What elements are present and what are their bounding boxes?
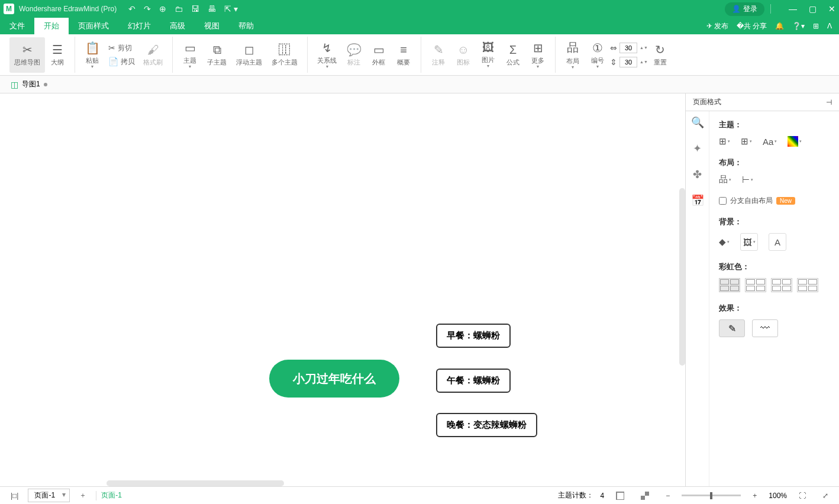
app-title: Wondershare EdrawMind (Pro) [19, 5, 117, 13]
topic-count-value: 4 [601, 492, 605, 500]
menu-start[interactable]: 开始 [34, 18, 69, 34]
number-button[interactable]: ①编号▾ [585, 37, 610, 73]
cut-button[interactable]: ✂剪切 [105, 42, 138, 54]
menu-help[interactable]: 帮助 [229, 18, 263, 34]
canvas[interactable]: 小刀过年吃什么 早餐：螺蛳粉 午餐：螺蛳粉 晚餐：变态辣螺蛳粉 [0, 93, 685, 486]
more-button[interactable]: ⊞更多▾ [525, 37, 550, 73]
fullscreen-icon[interactable]: ⤢ [818, 490, 833, 501]
menu-file[interactable]: 文件 [0, 18, 34, 34]
menu-view[interactable]: 视图 [195, 18, 229, 34]
minimize-icon[interactable]: — [789, 4, 797, 14]
free-layout-input[interactable] [719, 197, 727, 205]
save-icon[interactable]: 🖫 [191, 4, 199, 14]
bell-icon[interactable]: 🔔 [775, 22, 784, 30]
new-icon[interactable]: ⊕ [159, 4, 166, 14]
bg-fill-button[interactable]: ◆▾ [719, 237, 730, 247]
open-icon[interactable]: 🗀 [175, 4, 183, 14]
width-spinner[interactable]: ▲▼ [640, 46, 648, 50]
theme-heading: 主题： [719, 119, 830, 130]
rainbow-option-2[interactable] [745, 278, 766, 292]
fit-page-icon[interactable]: ⛶ [794, 490, 811, 501]
undo-icon[interactable]: ↶ [128, 4, 135, 14]
font-button[interactable]: Aa▾ [763, 137, 777, 147]
share-button[interactable]: �共 分享 [737, 21, 767, 31]
format-painter-button[interactable]: 🖌格式刷 [138, 37, 167, 73]
horizontal-scrollbar[interactable] [107, 480, 284, 486]
theme-style2-button[interactable]: ⊞▾ [741, 136, 752, 147]
zoom-out-button[interactable]: − [661, 490, 675, 501]
outline-view-button[interactable]: ☰大纲 [45, 37, 70, 73]
summary-button[interactable]: ≡概要 [391, 37, 416, 73]
user-icon: 👤 [732, 5, 741, 13]
formula-button[interactable]: Σ公式 [501, 37, 525, 73]
layout-button[interactable]: 品布局▾ [560, 37, 585, 73]
rainbow-option-1[interactable] [719, 278, 740, 292]
maximize-icon[interactable]: ▢ [809, 4, 817, 14]
page-select[interactable]: 页面-1 [28, 489, 70, 502]
login-button[interactable]: 👤 登录 [725, 2, 764, 16]
theme-style1-button[interactable]: ⊞▾ [719, 136, 730, 147]
page-link[interactable]: 页面-1 [101, 490, 122, 500]
menu-bar: 文件 开始 页面样式 幻灯片 高级 视图 帮助 ✈ 发布 �共 分享 🔔 ❔▾ … [0, 18, 839, 34]
help-icon[interactable]: ❔▾ [792, 22, 805, 30]
effect-wave-button[interactable]: 〰 [752, 319, 778, 337]
tab-calendar-icon[interactable]: 📅 [691, 194, 704, 207]
topic-node-1[interactable]: 早餐：螺蛳粉 [436, 324, 511, 348]
close-icon[interactable]: ✕ [828, 4, 835, 14]
layout-option1-button[interactable]: 品▾ [719, 174, 731, 185]
publish-button[interactable]: ✈ 发布 [706, 21, 728, 31]
mindmap-view-button[interactable]: ✂思维导图 [9, 37, 45, 73]
apps-icon[interactable]: ⊞ [813, 22, 819, 30]
height-spinner[interactable]: ▲▼ [640, 60, 648, 64]
zoom-in-button[interactable]: + [748, 490, 761, 501]
connectors [0, 93, 178, 182]
document-tab[interactable]: ◫ 导图1 [6, 77, 52, 92]
menu-advanced[interactable]: 高级 [160, 18, 195, 34]
icon-button[interactable]: ☺图标 [451, 37, 476, 73]
vertical-scrollbar[interactable] [679, 188, 685, 366]
height-input[interactable] [619, 57, 637, 67]
topic-node-3[interactable]: 晚餐：变态辣螺蛳粉 [436, 413, 537, 437]
tab-search-icon[interactable]: 🔍 [691, 116, 704, 129]
print-icon[interactable]: 🖶 [208, 4, 216, 14]
rainbow-option-3[interactable] [771, 278, 792, 292]
main-area: 小刀过年吃什么 早餐：螺蛳粉 午餐：螺蛳粉 晚餐：变态辣螺蛳粉 页面格式 ⊣ 🔍… [0, 93, 839, 486]
multi-topic-button[interactable]: ⿲多个主题 [267, 37, 302, 73]
boundary-button[interactable]: ▭外框 [366, 37, 391, 73]
subtopic-button[interactable]: ⧉子主题 [202, 37, 231, 73]
collapse-ribbon-icon[interactable]: ᐱ [827, 22, 832, 30]
reset-button[interactable]: ↻重置 [648, 37, 673, 73]
comment-button[interactable]: ✎注释 [426, 37, 451, 73]
central-topic[interactable]: 小刀过年吃什么 [269, 360, 399, 398]
topic-node-2[interactable]: 午餐：螺蛳粉 [436, 369, 511, 393]
float-topic-button[interactable]: ◻浮动主题 [231, 37, 267, 73]
width-input[interactable] [619, 43, 637, 53]
bg-watermark-button[interactable]: A [769, 233, 786, 251]
effect-pen-button[interactable]: ✎ [719, 319, 745, 337]
image-button[interactable]: 🖼图片▾ [476, 37, 501, 73]
pin-icon[interactable]: ⊣ [826, 98, 832, 106]
quick-access-toolbar: ↶ ↷ ⊕ 🗀 🖫 🖶 ⇱ ▾ [128, 4, 238, 14]
layout-option2-button[interactable]: ⊢▾ [742, 175, 753, 185]
color-button[interactable]: ▾ [788, 136, 802, 147]
topic-button[interactable]: ▭主题▾ [178, 37, 202, 73]
add-page-button[interactable]: ＋ [75, 489, 91, 502]
outline-toggle-icon[interactable]: |□| [6, 490, 23, 501]
rainbow-option-4[interactable] [797, 278, 818, 292]
color-swatch-icon [788, 136, 798, 147]
callout-button[interactable]: 💬标注 [341, 37, 366, 73]
menu-slide[interactable]: 幻灯片 [118, 18, 160, 34]
menu-pagestyle[interactable]: 页面样式 [69, 18, 118, 34]
relation-button[interactable]: ↯关系线▾ [312, 37, 341, 73]
tab-clover-icon[interactable]: ✤ [693, 168, 702, 181]
export-icon[interactable]: ⇱ ▾ [224, 4, 238, 14]
redo-icon[interactable]: ↷ [144, 4, 151, 14]
tab-style-icon[interactable]: ✦ [693, 142, 702, 155]
view-mode1-icon[interactable] [611, 490, 629, 501]
paste-button[interactable]: 📋粘贴▾ [80, 37, 105, 73]
view-mode2-icon[interactable] [636, 490, 654, 501]
zoom-slider[interactable] [682, 495, 741, 496]
bg-image-button[interactable]: 🖼▾ [740, 233, 758, 251]
free-layout-checkbox[interactable]: 分支自由布局 New [719, 196, 830, 206]
copy-button[interactable]: 📄拷贝 [105, 56, 138, 68]
